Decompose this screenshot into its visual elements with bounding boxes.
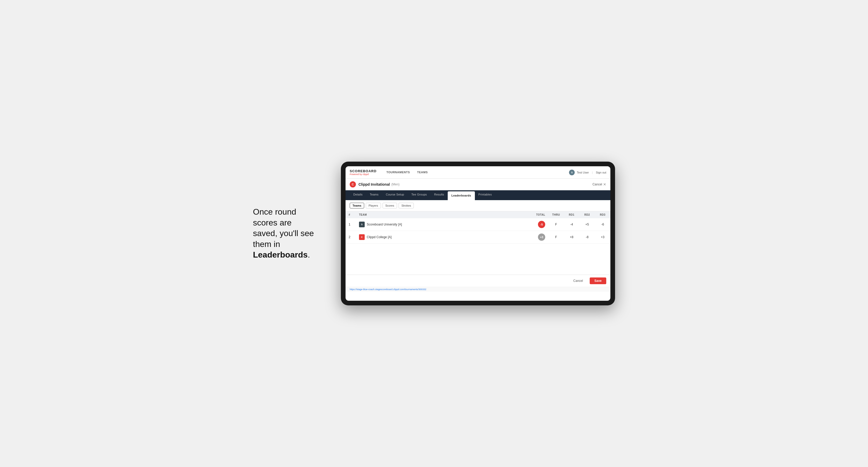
side-text: Once round scores are saved, you'll see … [253, 207, 326, 260]
filter-players[interactable]: Players [366, 203, 381, 209]
team-logo-2: C [359, 234, 365, 240]
team-cell-2: C Clippd College [A] [359, 234, 525, 240]
sign-out-link[interactable]: Sign out [596, 171, 606, 174]
col-rd2: RD2 [579, 211, 595, 218]
col-rd3: RD3 [595, 211, 610, 218]
brand-clippd: clippd [363, 173, 369, 176]
tab-tee-groups[interactable]: Tee Groups [408, 190, 431, 200]
cancel-button[interactable]: Cancel [569, 277, 587, 284]
leaderboard-table: # TEAM TOTAL THRU RD1 [345, 211, 610, 244]
col-thru: THRU [548, 211, 564, 218]
rank-2: 2 [345, 231, 356, 244]
tablet-screen: SCOREBOARD Powered by clippd TOURNAMENTS… [345, 166, 610, 301]
filter-scores[interactable]: Scores [382, 203, 397, 209]
team-name-2: Clippd College [A] [367, 235, 392, 239]
tab-teams[interactable]: Teams [366, 190, 382, 200]
tournament-icon: C [350, 181, 356, 187]
col-total: TOTAL [528, 211, 548, 218]
tournament-header: C Clippd Invitational (Men) Cancel ✕ [345, 179, 610, 190]
table-row: 2 C Clippd College [A] +3 [345, 231, 610, 244]
col-rd1: RD1 [564, 211, 579, 218]
tab-printables[interactable]: Printables [475, 190, 496, 200]
rd1-1: -4 [564, 218, 579, 231]
table-row: 1 S Scoreboard University [A] -5 [345, 218, 610, 231]
side-text-period: . [308, 250, 310, 259]
filter-teams[interactable]: Teams [350, 203, 364, 209]
rd2-2: -8 [579, 231, 595, 244]
team-1: S Scoreboard University [A] [356, 218, 528, 231]
nav-teams[interactable]: TEAMS [413, 166, 431, 179]
rd3-2: +3 [595, 231, 610, 244]
score-badge-2: +3 [538, 234, 545, 241]
save-button[interactable]: Save [590, 277, 606, 284]
brand-title: SCOREBOARD [350, 169, 377, 173]
team-cell-1: S Scoreboard University [A] [359, 222, 525, 227]
brand: SCOREBOARD Powered by clippd [350, 169, 377, 176]
nav-items: TOURNAMENTS TEAMS [383, 166, 569, 179]
tab-leaderboards[interactable]: Leaderboards [448, 191, 475, 200]
side-text-line3: saved, you'll see [253, 228, 314, 238]
col-team: TEAM [356, 211, 528, 218]
side-text-bold: Leaderboards [253, 250, 308, 259]
rd1-2: +8 [564, 231, 579, 244]
url-bar: https://stage-blue-coach.stagescoreboard… [345, 287, 610, 292]
thru-2: F [548, 231, 564, 244]
team-2: C Clippd College [A] [356, 231, 528, 244]
table-header-row: # TEAM TOTAL THRU RD1 [345, 211, 610, 218]
tablet: SCOREBOARD Powered by clippd TOURNAMENTS… [341, 162, 615, 305]
score-badge-1: -5 [538, 221, 545, 228]
col-rank: # [345, 211, 356, 218]
side-text-line2: scores are [253, 218, 291, 227]
filter-strokes[interactable]: Strokes [399, 203, 414, 209]
spacer [345, 244, 610, 275]
thru-1: F [548, 218, 564, 231]
tournament-subtitle: (Men) [391, 183, 399, 186]
nav-right: S Test User | Sign out [569, 169, 606, 175]
rd2-1: +5 [579, 218, 595, 231]
team-logo-1: S [359, 222, 365, 227]
tournament-title: Clippd Invitational [359, 182, 390, 186]
tab-course-setup[interactable]: Course Setup [382, 190, 408, 200]
brand-subtitle-pre: Powered by [350, 173, 363, 176]
close-icon: ✕ [603, 182, 606, 186]
total-2: +3 [528, 231, 548, 244]
top-nav: SCOREBOARD Powered by clippd TOURNAMENTS… [345, 166, 610, 179]
rank-1: 1 [345, 218, 356, 231]
footer: Cancel Save [345, 275, 610, 287]
nav-tournaments[interactable]: TOURNAMENTS [383, 166, 413, 179]
user-name: Test User [577, 171, 589, 174]
nav-separator: | [592, 171, 593, 174]
tab-details[interactable]: Details [350, 190, 366, 200]
filter-bar: Teams Players Scores Strokes [345, 200, 610, 211]
user-avatar: S [569, 169, 575, 175]
page-wrapper: Once round scores are saved, you'll see … [253, 162, 615, 305]
brand-subtitle: Powered by clippd [350, 173, 377, 176]
tab-results[interactable]: Results [430, 190, 448, 200]
header-cancel-label: Cancel [593, 183, 602, 186]
side-text-line4: them in [253, 240, 280, 249]
team-name-1: Scoreboard University [A] [367, 223, 402, 226]
rd3-1: -6 [595, 218, 610, 231]
header-cancel-btn[interactable]: Cancel ✕ [593, 182, 606, 186]
url-text: https://stage-blue-coach.stagescoreboard… [350, 288, 426, 291]
side-text-line1: Once round [253, 207, 296, 216]
total-1: -5 [528, 218, 548, 231]
sub-tabs: Details Teams Course Setup Tee Groups Re… [345, 190, 610, 200]
